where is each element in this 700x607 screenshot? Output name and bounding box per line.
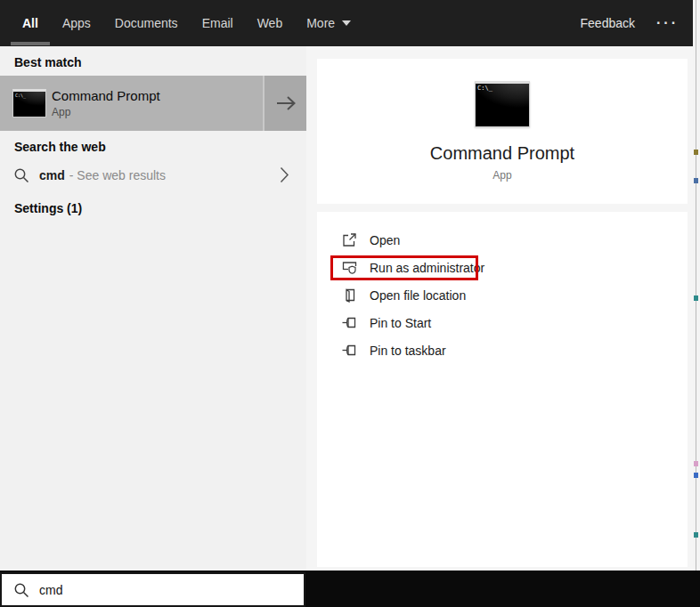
web-query-text: cmd — [39, 168, 65, 182]
cmd-prompt-text: C:\_ — [477, 85, 492, 92]
caret-down-icon — [342, 20, 351, 26]
pin-icon — [342, 343, 357, 358]
windows-search-flyout: All Apps Documents Email Web More Feedba… — [0, 0, 700, 607]
action-label: Open — [370, 233, 400, 247]
background-icon-fragment — [694, 473, 698, 478]
best-match-text: Command Prompt App — [52, 88, 160, 118]
background-window-edge — [696, 0, 696, 607]
background-icon-fragment — [694, 150, 698, 155]
overflow-menu-icon[interactable]: ··· — [656, 16, 679, 30]
search-filter-bar: All Apps Documents Email Web More Feedba… — [0, 0, 693, 46]
settings-header: Settings (1) — [14, 201, 82, 215]
tab-apps-label: Apps — [62, 16, 91, 30]
action-label: Pin to taskbar — [370, 344, 446, 358]
tab-web-label: Web — [257, 16, 283, 30]
tab-all-label: All — [22, 16, 38, 30]
best-match-header: Best match — [14, 55, 81, 69]
command-prompt-icon-large: C:\_ — [475, 81, 530, 127]
action-label: Pin to Start — [370, 316, 431, 330]
action-label: Open file location — [370, 288, 466, 303]
background-icon-fragment — [694, 178, 698, 183]
action-run-as-administrator[interactable]: Run as administrator — [317, 254, 688, 281]
action-label: Run as administrator — [370, 261, 484, 275]
taskbar-search-input[interactable] — [39, 583, 271, 597]
tab-email[interactable]: Email — [202, 0, 233, 46]
web-suffix-text: - See web results — [69, 168, 166, 182]
tab-apps[interactable]: Apps — [62, 0, 91, 46]
action-pin-to-start[interactable]: Pin to Start — [317, 309, 688, 336]
tab-all[interactable]: All — [22, 0, 38, 46]
arrow-right-icon — [274, 95, 297, 111]
background-icon-fragment — [694, 461, 698, 466]
action-pin-to-taskbar[interactable]: Pin to taskbar — [317, 336, 688, 364]
web-search-result[interactable]: cmd - See web results — [0, 161, 306, 189]
expand-preview-button[interactable] — [263, 76, 306, 131]
preview-header-card: C:\_ Command Prompt App — [317, 59, 688, 204]
background-icon-fragment — [694, 532, 698, 538]
open-icon — [342, 232, 357, 247]
run-as-administrator-icon — [342, 260, 357, 275]
filter-tabs: All Apps Documents Email Web More — [0, 0, 351, 46]
tab-more[interactable]: More — [306, 0, 351, 46]
search-icon — [13, 167, 29, 183]
best-match-title: Command Prompt — [52, 88, 160, 103]
tab-documents-label: Documents — [115, 16, 178, 30]
best-match-subtitle: App — [52, 106, 160, 118]
results-panel: Best match C:\_ Command Prompt App Searc… — [0, 46, 306, 571]
chevron-right-icon — [280, 166, 289, 183]
pin-icon — [342, 315, 357, 330]
search-icon — [13, 582, 29, 598]
action-open[interactable]: Open — [317, 226, 688, 254]
search-web-header: Search the web — [14, 140, 106, 154]
topbar-right-group: Feedback ··· — [581, 16, 693, 30]
tab-email-label: Email — [202, 16, 233, 30]
action-open-file-location[interactable]: Open file location — [317, 281, 688, 309]
preview-pane: C:\_ Command Prompt App Open — [306, 46, 693, 571]
command-prompt-icon: C:\_ — [12, 89, 46, 117]
tab-more-label: More — [306, 16, 335, 30]
preview-actions-card: Open Run as administrator — [317, 212, 688, 567]
taskbar-search-box[interactable] — [0, 572, 305, 607]
background-icon-fragment — [694, 295, 698, 301]
preview-title: Command Prompt — [317, 143, 688, 164]
best-match-result[interactable]: C:\_ Command Prompt App — [0, 76, 306, 131]
tab-web[interactable]: Web — [257, 0, 283, 46]
cmd-prompt-text: C:\_ — [15, 93, 26, 98]
preview-subtitle: App — [317, 169, 688, 182]
feedback-button[interactable]: Feedback — [581, 16, 635, 30]
tab-documents[interactable]: Documents — [115, 0, 178, 46]
open-file-location-icon — [342, 287, 357, 303]
background-window-sliver-right — [693, 0, 700, 607]
